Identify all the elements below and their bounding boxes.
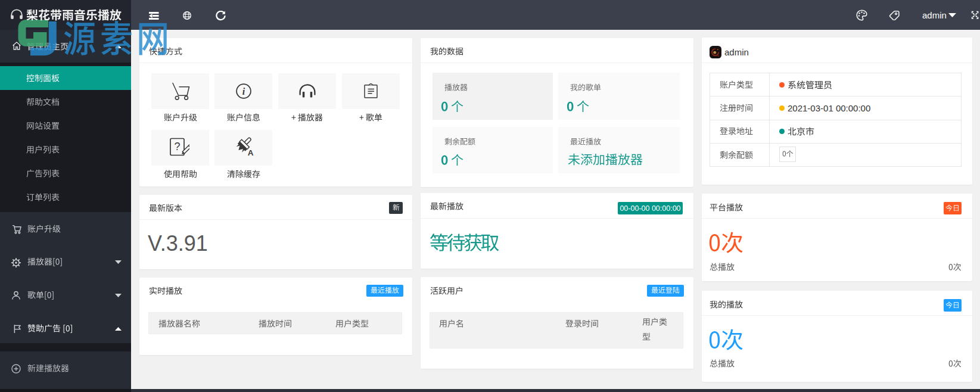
svg-text:i: i bbox=[242, 86, 245, 96]
svg-text:?: ? bbox=[174, 141, 180, 153]
svg-text:A: A bbox=[247, 148, 253, 157]
